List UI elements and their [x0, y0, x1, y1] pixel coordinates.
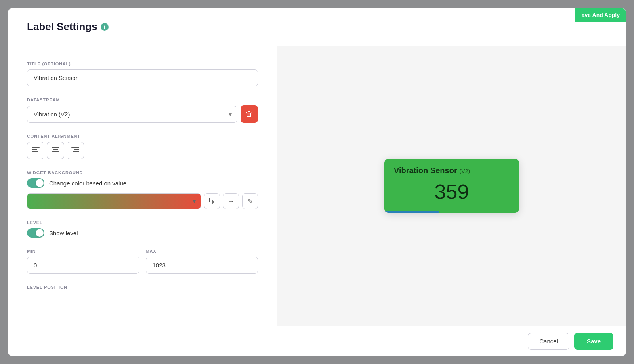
widget-preview: Vibration Sensor (V2) 359 — [384, 159, 519, 213]
svg-rect-7 — [74, 149, 79, 150]
change-color-toggle[interactable] — [27, 178, 44, 188]
arrow-right-icon: → — [228, 198, 234, 205]
left-panel: TITLE (OPTIONAL) Datastream Vibration (V… — [8, 46, 277, 326]
svg-rect-6 — [71, 147, 79, 148]
level-section: LEVEL Show level — [27, 220, 258, 238]
align-center-button[interactable] — [47, 142, 64, 159]
gradient-row: ▾ → ✎ — [27, 193, 258, 209]
change-color-label: Change color based on value — [49, 180, 126, 187]
modal-footer: Cancel Save — [8, 326, 626, 356]
trash-icon: 🗑 — [246, 110, 253, 118]
gradient-chevron-icon: ▾ — [193, 198, 196, 204]
svg-rect-0 — [32, 147, 40, 148]
content-alignment-section: CONTENT ALIGNMENT — [27, 134, 258, 159]
change-color-row: Change color based on value — [27, 178, 258, 188]
alignment-group — [27, 142, 258, 159]
modal-title: Label Settings i — [27, 21, 607, 33]
svg-rect-8 — [73, 151, 79, 152]
datastream-section-label: Datastream — [27, 97, 258, 102]
datastream-select[interactable]: Vibration (V2) — [27, 106, 237, 123]
svg-rect-3 — [52, 147, 59, 148]
svg-rect-1 — [32, 149, 37, 150]
arrow-right-button[interactable]: → — [223, 193, 239, 209]
min-label: MIN — [27, 249, 139, 253]
level-position-section: LEVEL POSITION — [27, 285, 258, 290]
widget-background-label: WIDGET BACKGROUND — [27, 170, 258, 175]
show-level-label: Show level — [49, 230, 78, 236]
align-right-icon — [71, 147, 79, 155]
min-max-section: MIN MAX — [27, 249, 258, 274]
max-input[interactable] — [146, 257, 258, 274]
max-label: MAX — [146, 249, 258, 253]
max-group: MAX — [146, 249, 258, 274]
level-label: LEVEL — [27, 220, 258, 225]
align-right-button[interactable] — [67, 142, 84, 159]
corner-icon — [209, 197, 215, 205]
cancel-button[interactable]: Cancel — [528, 333, 569, 350]
save-apply-button[interactable]: ave And Apply — [575, 8, 626, 22]
svg-rect-2 — [32, 151, 38, 152]
delete-datastream-button[interactable]: 🗑 — [241, 105, 258, 123]
title-section-label: TITLE (OPTIONAL) — [27, 61, 258, 66]
show-level-row: Show level — [27, 228, 258, 238]
align-left-icon — [32, 147, 40, 155]
widget-level-bar — [384, 211, 439, 213]
datastream-section: Datastream Vibration (V2) ▾ 🗑 — [27, 97, 258, 123]
show-level-toggle[interactable] — [27, 228, 44, 238]
align-center-icon — [52, 147, 59, 155]
save-button[interactable]: Save — [574, 333, 613, 350]
right-panel: Vibration Sensor (V2) 359 — [277, 46, 626, 326]
info-icon[interactable]: i — [101, 23, 109, 31]
min-group: MIN — [27, 249, 139, 274]
widget-subtitle: (V2) — [460, 168, 470, 174]
min-max-row: MIN MAX — [27, 249, 258, 274]
datastream-row: Vibration (V2) ▾ 🗑 — [27, 105, 258, 123]
title-section: TITLE (OPTIONAL) — [27, 61, 258, 86]
label-settings-modal: ave And Apply Label Settings i TITLE (OP… — [8, 8, 626, 356]
pencil-button[interactable]: ✎ — [242, 193, 258, 209]
modal-body: TITLE (OPTIONAL) Datastream Vibration (V… — [8, 46, 626, 326]
align-left-button[interactable] — [27, 142, 44, 159]
svg-rect-4 — [53, 149, 58, 150]
content-alignment-label: CONTENT ALIGNMENT — [27, 134, 258, 139]
svg-rect-5 — [52, 151, 59, 152]
widget-value: 359 — [394, 178, 510, 211]
level-position-label: LEVEL POSITION — [27, 285, 258, 290]
gradient-picker[interactable]: ▾ — [27, 193, 201, 209]
modal-header: Label Settings i — [8, 8, 626, 46]
widget-title: Vibration Sensor — [394, 166, 457, 175]
pencil-icon: ✎ — [248, 198, 253, 205]
title-input[interactable] — [27, 69, 258, 86]
corner-icon-button[interactable] — [204, 193, 220, 209]
widget-title-row: Vibration Sensor (V2) — [394, 166, 510, 175]
widget-background-section: WIDGET BACKGROUND Change color based on … — [27, 170, 258, 209]
datastream-select-wrapper: Vibration (V2) ▾ — [27, 106, 237, 123]
min-input[interactable] — [27, 257, 139, 274]
